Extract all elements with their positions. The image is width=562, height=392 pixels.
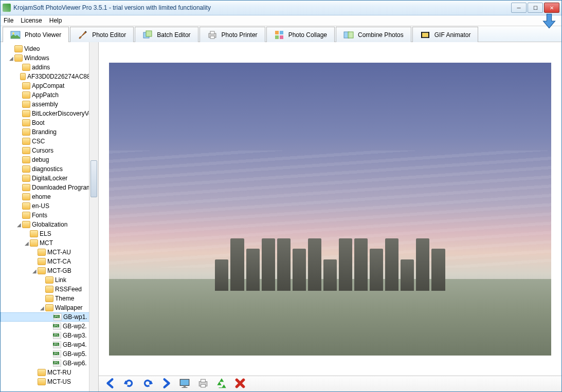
tree-folder[interactable]: Video (1, 44, 98, 53)
tree-folder[interactable]: Link (1, 275, 98, 285)
tree-item-label: ELS (40, 230, 51, 237)
tree-folder[interactable]: assembly (1, 100, 98, 109)
tree-folder[interactable]: Cursors (1, 146, 98, 155)
recycle-button[interactable] (215, 378, 228, 390)
tree-file[interactable]: GB-wp1. (1, 312, 98, 322)
tree-folder[interactable]: MCT-AU (1, 248, 98, 257)
tree-item-label: debug (32, 156, 49, 163)
tree-item-label: BitLockerDiscoveryVolu (32, 110, 97, 117)
tab-photo-editor[interactable]: Photo Editor (70, 27, 134, 42)
tree-item-label: GB-wp4. (63, 341, 87, 348)
folder-tree[interactable]: Video◢WindowsaddinsAF33D0D226274AC8847Ap… (1, 42, 98, 388)
multi-image-icon (142, 30, 153, 40)
expand-toggle-icon[interactable]: ◢ (31, 268, 38, 274)
tree-folder[interactable]: DigitalLocker (1, 174, 98, 183)
tree-folder[interactable]: en-US (1, 201, 98, 211)
wallpaper-button[interactable] (178, 378, 191, 390)
tree-folder[interactable]: ◢Windows (1, 53, 98, 63)
tab-photo-viewer[interactable]: Photo Viewer (3, 27, 69, 42)
tree-folder[interactable]: ◢MCT-GB (1, 266, 98, 275)
tree-folder[interactable]: ◢MCT (1, 238, 98, 248)
tree-folder[interactable]: RSSFeed (1, 285, 98, 294)
rotate-left-button[interactable] (122, 378, 136, 390)
tree-item-label: AF33D0D226274AC8847 (27, 73, 97, 80)
window-title: KrojamSoft PhotoViewer Pro 3.5.1 - trial… (13, 4, 511, 11)
delete-button[interactable] (233, 378, 247, 390)
close-button[interactable]: ✕ (544, 3, 559, 13)
tree-folder[interactable]: ◢Globalization (1, 220, 98, 229)
tree-item-label: Theme (55, 295, 74, 302)
tree-folder[interactable]: AF33D0D226274AC8847 (1, 72, 98, 81)
tree-file[interactable]: GB-wp3. (1, 331, 98, 340)
folder-icon (22, 138, 30, 145)
tree-folder[interactable]: MCT-CA (1, 257, 98, 266)
tree-item-label: AppPatch (32, 91, 59, 99)
tab-batch-editor[interactable]: Batch Editor (135, 27, 198, 42)
tree-item-label: GB-wp6. (63, 360, 87, 367)
tree-item-label: addins (32, 64, 50, 71)
sidebar-scrollbar[interactable] (89, 42, 98, 391)
svg-rect-10 (280, 35, 283, 39)
sidebar-scroll-thumb[interactable] (90, 160, 97, 197)
expand-toggle-icon[interactable]: ◢ (24, 240, 30, 246)
tree-folder[interactable]: addins (1, 63, 98, 72)
tree-folder[interactable]: diagnostics (1, 164, 98, 174)
minimize-button[interactable]: ─ (511, 3, 527, 13)
tree-file[interactable]: GB-wp2. (1, 322, 98, 331)
next-button[interactable] (159, 378, 173, 390)
tree-folder[interactable]: ◢Wallpaper (1, 303, 98, 312)
tree-folder[interactable]: AppPatch (1, 90, 98, 100)
menu-license[interactable]: License (21, 17, 42, 24)
tree-folder[interactable]: BitLockerDiscoveryVolu (1, 109, 98, 118)
prev-button[interactable] (104, 378, 117, 390)
tab-photo-collage[interactable]: Photo Collage (266, 27, 335, 42)
tree-folder[interactable]: MCT-US (1, 377, 98, 386)
tree-file[interactable]: GB-wp6. (1, 359, 98, 368)
svg-rect-7 (275, 31, 279, 34)
content-area: Video◢WindowsaddinsAF33D0D226274AC8847Ap… (1, 42, 561, 391)
tree-folder[interactable]: ELS (1, 229, 98, 238)
expand-toggle-icon[interactable]: ◢ (8, 55, 14, 61)
titlebar[interactable]: KrojamSoft PhotoViewer Pro 3.5.1 - trial… (1, 1, 561, 15)
tree-file[interactable]: GB-wp4. (1, 340, 98, 349)
image-viewer[interactable] (99, 42, 561, 376)
expand-toggle-icon[interactable]: ◢ (16, 222, 22, 228)
tree-folder[interactable]: Boot (1, 118, 98, 127)
expand-toggle-icon[interactable]: ◢ (39, 305, 45, 311)
tree-folder[interactable]: Fonts (1, 211, 98, 220)
tree-file[interactable]: GB-wp5. (1, 349, 98, 359)
tab-combine-photos[interactable]: Combine Photos (336, 27, 411, 42)
svg-point-1 (12, 32, 14, 34)
rotate-right-button[interactable] (141, 378, 154, 390)
folder-icon (14, 54, 23, 62)
tree-item-label: GB-wp1. (63, 313, 87, 321)
menu-file[interactable]: File (4, 17, 13, 24)
film-icon (420, 30, 430, 40)
tree-item-label: Wallpaper (55, 304, 83, 311)
tab-label: GIF Animator (434, 31, 471, 39)
svg-rect-3 (146, 31, 152, 36)
download-arrow-icon[interactable] (542, 13, 556, 29)
tab-gif-animator[interactable]: GIF Animator (412, 27, 479, 42)
svg-rect-22 (201, 384, 206, 387)
tree-folder[interactable]: Theme (1, 294, 98, 303)
print-button[interactable] (196, 378, 210, 390)
maximize-button[interactable]: ☐ (528, 3, 543, 13)
tab-label: Photo Collage (288, 31, 327, 39)
folder-icon (22, 175, 30, 182)
tree-folder[interactable]: Branding (1, 127, 98, 137)
menu-help[interactable]: Help (49, 17, 62, 24)
tree-folder[interactable]: debug (1, 155, 98, 164)
tree-folder[interactable]: ehome (1, 192, 98, 201)
svg-rect-9 (275, 35, 279, 39)
tree-folder[interactable]: Downloaded Program F (1, 183, 98, 192)
folder-icon (22, 101, 30, 108)
tree-folder[interactable]: CSC (1, 137, 98, 146)
tree-folder[interactable]: AppCompat (1, 81, 98, 90)
tab-photo-printer[interactable]: Photo Printer (200, 27, 265, 42)
tree-folder[interactable]: MCT-RU (1, 368, 98, 377)
tree-item-label: diagnostics (32, 165, 63, 173)
jpg-file-icon (53, 341, 61, 348)
tree-item-label: Cursors (32, 147, 53, 154)
tree-item-label: en-US (32, 202, 49, 210)
